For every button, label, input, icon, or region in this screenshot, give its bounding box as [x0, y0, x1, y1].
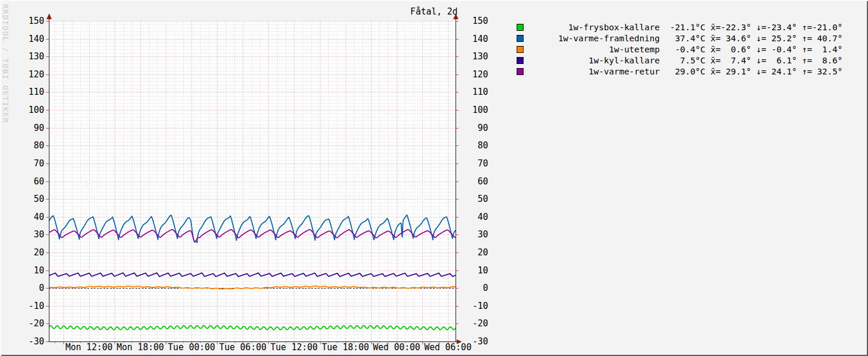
y-axis-label-left: 110: [10, 87, 44, 97]
y-axis-label-right: 50: [462, 194, 488, 204]
legend-swatch: [517, 46, 524, 53]
legend-series-stats: -21.1°C x̄=-22.3° ↓=-23.4° ↑=-21.0°: [660, 23, 842, 32]
y-axis-label-right: 110: [462, 87, 488, 97]
x-axis-label: Tue 06:00: [216, 343, 269, 352]
y-axis-label-left: 80: [10, 141, 44, 150]
y-axis-label-left: 90: [10, 123, 44, 133]
legend-series-name: 1w-varme-retur: [526, 67, 660, 76]
legend-swatch: [517, 35, 524, 42]
x-axis-label: Tue 00:00: [165, 343, 218, 352]
legend-series-name: 1w-varme-framledning: [526, 34, 660, 43]
legend-swatch: [517, 57, 524, 64]
x-axis-label: Mon 18:00: [114, 343, 166, 352]
y-axis-label-right: 0: [462, 283, 488, 293]
y-axis-label-right: 10: [462, 266, 488, 275]
y-axis-label-right: 140: [462, 34, 488, 44]
y-axis-label-left: 60: [10, 177, 44, 186]
rrdtool-graph-panel: RRDTOOL / TOBI OETIKER Fåtal, 2d 1501401…: [0, 0, 868, 356]
legend-series-name: 1w-frysbox-kallare: [526, 23, 660, 32]
y-axis-label-left: -30: [10, 337, 44, 346]
legend-series-stats: 37.4°C x̄= 34.6° ↓= 25.2° ↑= 40.7°: [660, 34, 842, 43]
legend-series-name: 1w-utetemp: [526, 45, 660, 54]
x-axis-label: Wed 06:00: [422, 343, 474, 352]
x-axis-label: Tue 12:00: [268, 343, 320, 352]
legend-series-stats: 7.5°C x̄= 7.4° ↓= 6.1° ↑= 8.6°: [660, 56, 842, 65]
legend-series-stats: 29.0°C x̄= 29.1° ↓= 24.1° ↑= 32.5°: [660, 67, 842, 76]
legend-row-1w-utetemp: 1w-utetemp -0.4°C x̄= 0.6° ↓= -0.4° ↑= 1…: [517, 44, 842, 55]
chart-legend: 1w-frysbox-kallare -21.1°C x̄=-22.3° ↓=-…: [517, 22, 842, 77]
y-axis-label-left: 20: [10, 248, 44, 257]
y-axis-label-right: 130: [462, 52, 488, 61]
y-axis-label-right: 30: [462, 230, 488, 239]
y-axis-label-right: 20: [462, 248, 488, 257]
y-axis-label-left: -10: [10, 301, 44, 311]
legend-swatch: [517, 68, 524, 75]
x-axis-label: Tue 18:00: [319, 343, 372, 352]
y-axis-label-right: 60: [462, 177, 488, 186]
y-axis-label-left: 130: [10, 52, 44, 61]
y-axis-label-right: -20: [462, 319, 488, 328]
y-axis-label-left: -20: [10, 319, 44, 328]
y-axis-label-left: 70: [10, 159, 44, 168]
y-axis-label-right: 90: [462, 123, 488, 133]
y-axis-label-right: 150: [462, 16, 488, 26]
legend-row-1w-kyl-kallare: 1w-kyl-kallare 7.5°C x̄= 7.4° ↓= 6.1° ↑=…: [517, 55, 842, 66]
x-axis-label: Mon 12:00: [63, 343, 115, 352]
legend-row-1w-varme-retur: 1w-varme-retur 29.0°C x̄= 29.1° ↓= 24.1°…: [517, 66, 842, 77]
y-axis-label-left: 0: [10, 283, 44, 293]
legend-row-1w-frysbox-kallare: 1w-frysbox-kallare -21.1°C x̄=-22.3° ↓=-…: [517, 22, 842, 33]
y-axis-label-left: 150: [10, 16, 44, 26]
y-axis-label-right: 40: [462, 212, 488, 222]
y-axis-label-right: 70: [462, 159, 488, 168]
plot-canvas: [49, 21, 456, 341]
y-axis-arrow-left: [47, 13, 52, 19]
legend-row-1w-varme-framledning: 1w-varme-framledning 37.4°C x̄= 34.6° ↓=…: [517, 33, 842, 44]
y-axis-label-left: 140: [10, 34, 44, 44]
x-axis-label: Wed 00:00: [371, 343, 423, 352]
y-axis-label-left: 40: [10, 212, 44, 222]
y-axis-label-right: 100: [462, 105, 488, 115]
y-axis-arrow-right: [453, 13, 458, 19]
y-axis-label-right: -10: [462, 301, 488, 311]
legend-series-name: 1w-kyl-kallare: [526, 56, 660, 65]
y-axis-label-right: 80: [462, 141, 488, 150]
y-axis-label-left: 100: [10, 105, 44, 115]
y-axis-label-left: 50: [10, 194, 44, 204]
legend-swatch: [517, 24, 524, 31]
y-axis-label-right: 120: [462, 70, 488, 79]
y-axis-label-left: 10: [10, 266, 44, 275]
y-axis-label-left: 120: [10, 70, 44, 79]
y-axis-label-left: 30: [10, 230, 44, 239]
legend-series-stats: -0.4°C x̄= 0.6° ↓= -0.4° ↑= 1.4°: [660, 45, 842, 54]
